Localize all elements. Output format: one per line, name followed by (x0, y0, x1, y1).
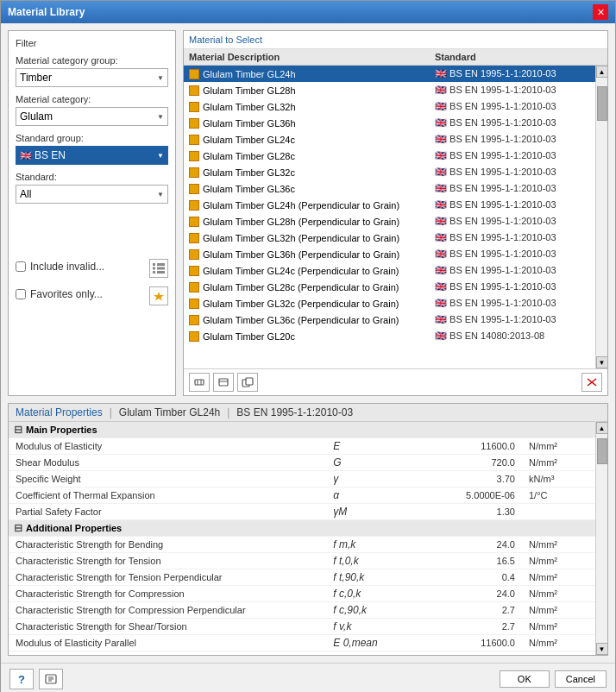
help-button[interactable]: ? (9, 669, 34, 689)
material-row[interactable]: Glulam Timber GL24c 🇬🇧 BS EN 1995-1-1:20… (184, 131, 595, 148)
material-name: Glulam Timber GL24h (Perpendicular to Gr… (203, 200, 431, 211)
chevron-down-icon: ▼ (157, 74, 164, 82)
prop-symbol: f v,k (326, 619, 412, 635)
material-icon (189, 200, 199, 211)
prop-row: Characteristic Strength for Tension Perp… (9, 569, 595, 586)
material-row[interactable]: Glulam Timber GL24h (Perpendicular to Gr… (184, 197, 595, 213)
material-name: Glulam Timber GL24c (203, 135, 431, 145)
prop-value: 720.0 (412, 455, 522, 471)
window-title: Material Library (8, 6, 85, 18)
material-row[interactable]: Glulam Timber GL36h 🇬🇧 BS EN 1995-1-1:20… (184, 115, 595, 131)
material-row[interactable]: Glulam Timber GL24h 🇬🇧 BS EN 1995-1-1:20… (184, 66, 595, 82)
material-list: Glulam Timber GL24h 🇬🇧 BS EN 1995-1-1:20… (184, 66, 595, 368)
material-name: Glulam Timber GL36h (Perpendicular to Gr… (203, 249, 431, 260)
material-name: Glulam Timber GL28c (Perpendicular to Gr… (203, 282, 431, 293)
material-standard: 🇬🇧 BS EN 1995-1-1:2010-03 (435, 216, 590, 227)
include-invalid-row: Include invalid... (16, 255, 168, 278)
material-icon (189, 167, 199, 178)
prop-unit: N/mm² (522, 602, 595, 619)
bottom-bar: ? OK Cancel (1, 663, 615, 692)
category-dropdown[interactable]: Glulam ▼ (16, 107, 168, 126)
prop-unit: N/mm² (522, 651, 595, 656)
favorites-icon-btn[interactable] (149, 286, 168, 305)
delete-material-button[interactable] (581, 373, 602, 392)
scroll-bar[interactable]: ▲ ▼ (595, 66, 607, 368)
include-invalid-icon-btn[interactable] (149, 259, 168, 278)
favorites-checkbox[interactable] (16, 289, 26, 299)
material-row[interactable]: Glulam Timber GL36c (Perpendicular to Gr… (184, 311, 595, 328)
prop-symbol: G (326, 455, 412, 471)
cancel-button[interactable]: Cancel (555, 670, 607, 688)
prop-unit (522, 504, 595, 520)
category-value: Glulam (20, 110, 53, 123)
collapse-icon[interactable]: ⊟ (14, 522, 22, 534)
collapse-icon[interactable]: ⊟ (14, 424, 22, 436)
copy-material-button[interactable] (237, 373, 258, 392)
material-row[interactable]: Glulam Timber GL32h 🇬🇧 BS EN 1995-1-1:20… (184, 98, 595, 115)
favorites-label: Favorites only... (30, 288, 103, 300)
col-description-header: Material Description (189, 52, 435, 62)
prop-scroll-down-button[interactable]: ▼ (596, 643, 608, 655)
ok-button[interactable]: OK (500, 670, 550, 688)
close-button[interactable]: ✕ (593, 4, 608, 20)
properties-scroll[interactable]: ⊟Main Properties Modulus of Elasticity E… (9, 422, 595, 655)
prop-unit: N/mm² (522, 586, 595, 602)
prop-symbol: f m,k (326, 537, 412, 553)
include-invalid-checkbox[interactable] (16, 261, 26, 272)
category-group-dropdown[interactable]: Timber ▼ (16, 68, 168, 87)
filter-title: Filter (16, 38, 168, 48)
prop-row: Modulus of Elasticity E 11600.0 N/mm² (9, 438, 595, 455)
svg-rect-0 (153, 263, 155, 266)
scroll-thumb[interactable] (597, 86, 607, 121)
material-row[interactable]: Glulam Timber GL36c 🇬🇧 BS EN 1995-1-1:20… (184, 180, 595, 197)
bottom-left-buttons: ? (9, 669, 63, 689)
prop-value: 11600.0 (412, 635, 522, 651)
prop-header-label: Material Properties (16, 406, 103, 418)
material-row[interactable]: Glulam Timber GL28h 🇬🇧 BS EN 1995-1-1:20… (184, 82, 595, 98)
prop-symbol: f c,0,k (326, 586, 412, 602)
material-row[interactable]: Glulam Timber GL32c 🇬🇧 BS EN 1995-1-1:20… (184, 164, 595, 180)
scroll-up-button[interactable]: ▲ (596, 66, 608, 78)
material-icon (189, 266, 199, 276)
scroll-down-button[interactable]: ▼ (596, 356, 608, 368)
prop-scroll-bar[interactable]: ▲ ▼ (595, 422, 607, 655)
bottom-right-buttons: OK Cancel (500, 670, 607, 688)
standard-group-dropdown[interactable]: 🇬🇧 BS EN ▼ (16, 146, 168, 165)
prop-name: Modulus of Elasticity Perpendicular (9, 651, 326, 656)
chevron-down-icon-3: ▼ (157, 152, 164, 160)
material-row[interactable]: Glulam Timber GL24c (Perpendicular to Gr… (184, 262, 595, 279)
material-row[interactable]: Glulam Timber GL36h (Perpendicular to Gr… (184, 246, 595, 262)
material-row[interactable]: Glulam Timber GL32h (Perpendicular to Gr… (184, 230, 595, 246)
standard-value: All (20, 188, 31, 200)
material-icon (189, 151, 199, 161)
standard-dropdown[interactable]: All ▼ (16, 185, 168, 204)
prop-row: Shear Modulus G 720.0 N/mm² (9, 455, 595, 471)
info-button[interactable] (39, 669, 63, 689)
prop-scroll-thumb[interactable] (597, 438, 607, 464)
material-row[interactable]: Glulam Timber GL28h (Perpendicular to Gr… (184, 213, 595, 230)
material-standard: 🇬🇧 BS EN 1995-1-1:2010-03 (435, 167, 590, 178)
material-standard: 🇬🇧 BS EN 14080:2013-08 (435, 330, 590, 342)
svg-marker-6 (154, 292, 164, 301)
material-standard: 🇬🇧 BS EN 1995-1-1:2010-03 (435, 281, 590, 293)
svg-rect-7 (195, 380, 204, 385)
title-bar: Material Library ✕ (1, 1, 615, 23)
prop-value: 3.70 (412, 471, 522, 488)
add-material-button[interactable] (189, 373, 210, 392)
include-invalid-label: Include invalid... (30, 261, 104, 273)
prop-symbol: f c,90,k (326, 602, 412, 619)
material-row[interactable]: Glulam Timber GL20c 🇬🇧 BS EN 14080:2013-… (184, 328, 595, 344)
prop-value: 5.0000E-06 (412, 488, 522, 504)
table-header: Material Description Standard (184, 49, 607, 66)
material-row[interactable]: Glulam Timber GL28c (Perpendicular to Gr… (184, 279, 595, 295)
material-icon (189, 118, 199, 129)
prop-scroll-up-button[interactable]: ▲ (596, 422, 608, 434)
material-icon (189, 217, 199, 227)
edit-material-button[interactable] (213, 373, 234, 392)
material-panel: Material to Select Material Description … (183, 30, 608, 396)
material-row[interactable]: Glulam Timber GL28c 🇬🇧 BS EN 1995-1-1:20… (184, 148, 595, 164)
add-icon (192, 376, 206, 388)
prop-section-row: ⊟Main Properties (9, 422, 595, 438)
material-row[interactable]: Glulam Timber GL32c (Perpendicular to Gr… (184, 295, 595, 311)
category-group-label: Material category group: (16, 55, 168, 66)
